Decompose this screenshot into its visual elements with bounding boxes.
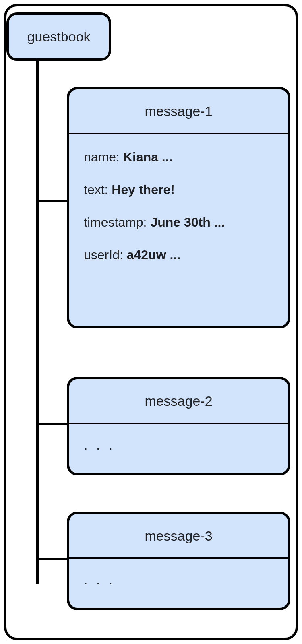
field-value-text: Hey there! (112, 182, 175, 197)
document-body-3: . . . (69, 559, 288, 602)
document-node-3: message-3 . . . (67, 512, 290, 610)
document-node-2: message-2 . . . (67, 377, 290, 475)
document-header-1: message-1 (69, 89, 288, 134)
document-title-3: message-3 (145, 528, 212, 544)
field-row: text: Hey there! (84, 182, 273, 197)
connector-vertical (36, 61, 39, 584)
ellipsis-text: . . . (84, 572, 115, 587)
connector-horizontal-2 (36, 423, 68, 425)
ellipsis-text: . . . (84, 437, 115, 452)
document-header-2: message-2 (69, 379, 288, 424)
collection-node: guestbook (6, 12, 111, 61)
field-value-timestamp: June 30th ... (150, 215, 225, 229)
field-key-timestamp: timestamp (84, 215, 143, 229)
document-node-1: message-1 name: Kiana ... text: Hey ther… (67, 87, 290, 328)
field-key-userid: userId (84, 248, 120, 262)
document-body-2: . . . (69, 424, 288, 467)
collection-label: guestbook (27, 29, 91, 45)
document-title-2: message-2 (145, 393, 212, 409)
connector-horizontal-3 (36, 558, 68, 560)
field-key-name: name (84, 150, 116, 164)
diagram-frame: guestbook message-1 name: Kiana ... text… (4, 4, 298, 640)
field-row: userId: a42uw ... (84, 248, 273, 262)
document-title-1: message-1 (145, 103, 212, 119)
field-row: timestamp: June 30th ... (84, 215, 273, 230)
connector-horizontal-1 (36, 200, 68, 202)
field-row: name: Kiana ... (84, 150, 273, 165)
field-key-text: text (84, 182, 105, 197)
field-value-userid: a42uw ... (127, 248, 180, 262)
document-header-3: message-3 (69, 514, 288, 559)
field-value-name: Kiana ... (123, 150, 173, 164)
document-body-1: name: Kiana ... text: Hey there! timesta… (69, 134, 288, 278)
